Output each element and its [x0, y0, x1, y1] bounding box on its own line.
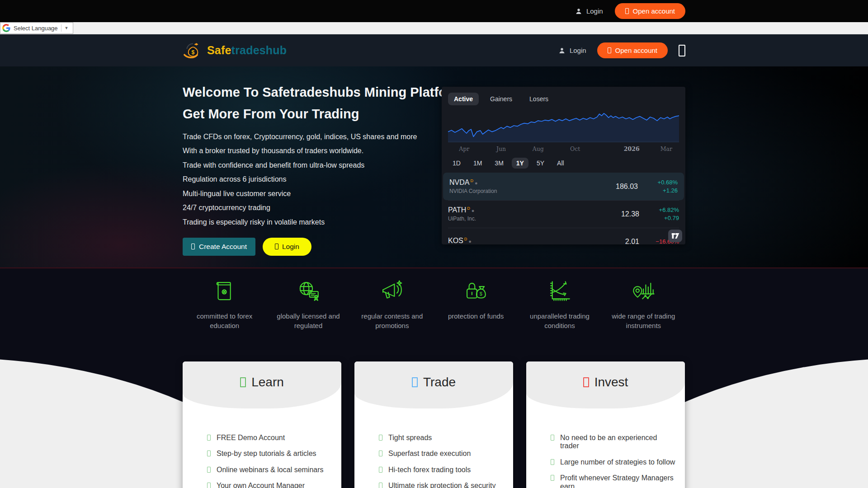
daily-flag: D [470, 178, 473, 183]
book-icon [212, 278, 238, 305]
list-item: Profit whenever Strategy Managers earn [551, 474, 676, 488]
google-logo-icon [2, 24, 10, 32]
cards-section: Learn FREE Demo Account Step-by step tut… [0, 352, 868, 488]
list-item: No need to be an experienced trader [551, 434, 676, 450]
check-icon [379, 450, 382, 456]
chart-x-axis: Apr Jun Aug Oct 2026 Mar [448, 145, 679, 152]
learn-icon [240, 377, 246, 387]
create-account-button[interactable]: Create Account [183, 238, 255, 256]
daily-flag: D [467, 206, 470, 211]
tab-losers[interactable]: Losers [524, 93, 554, 105]
axis-tick: Mar [660, 145, 672, 152]
list-item: FREE Demo Account [207, 434, 332, 442]
market-overview-widget: Active Gainers Losers Apr Jun Aug Oct 20… [442, 87, 685, 244]
list-item: Step-by step tutorials & articles [207, 450, 332, 458]
card-learn: Learn FREE Demo Account Step-by step tut… [183, 361, 341, 488]
hero-login-label: Login [282, 243, 299, 251]
topbar-open-account-button[interactable]: Open account [615, 3, 685, 19]
card-title: Trade [423, 375, 456, 389]
svg-text:$: $ [480, 291, 482, 296]
header-open-account-button[interactable]: Open account [597, 42, 668, 58]
check-icon [207, 483, 211, 488]
axis-tick: Apr [459, 145, 469, 152]
range-selector: 1D 1M 3M 1Y 5Y All [448, 158, 679, 169]
list-item: Hi-tech forex trading tools [379, 466, 504, 474]
globe-certificate-icon [295, 278, 321, 305]
feature-conditions: unparalleled trading conditions [518, 268, 601, 352]
list-item: Ultimate risk protection & security [379, 482, 504, 488]
card-invest: Invest No need to be an experienced trad… [526, 361, 685, 488]
dot-icon: ● [475, 180, 478, 186]
range-1d[interactable]: 1D [448, 158, 465, 169]
top-utility-bar: Login Open account [0, 0, 868, 22]
card-trade: Trade Tight spreads Superfast trade exec… [354, 361, 513, 488]
stock-name: NVIDIA Corporation [449, 188, 596, 194]
stock-name: UiPath, Inc. [448, 216, 598, 222]
menu-icon[interactable] [679, 45, 685, 56]
account-icon [608, 47, 611, 53]
translate-bar: Select Language ▼ [0, 22, 868, 34]
moneybag-logo-icon: $ [183, 41, 203, 60]
check-icon [551, 475, 554, 481]
range-all[interactable]: All [552, 158, 569, 169]
check-icon [379, 483, 382, 488]
check-icon [207, 450, 211, 456]
stock-list: NVDAD● NVIDIA Corporation 186.03 +0.68% … [442, 173, 685, 244]
price-chart[interactable] [448, 109, 679, 144]
list-item: Superfast trade execution [379, 450, 504, 458]
signup-icon [191, 244, 195, 249]
list-item: Online webinars & local seminars [207, 466, 332, 474]
tradingview-logo-badge[interactable] [668, 230, 682, 242]
header-login-link[interactable]: Login [558, 47, 586, 54]
sparkline-chart [448, 109, 679, 144]
growth-chart-icon [547, 278, 573, 305]
feature-education: committed to forex education [183, 268, 266, 352]
chevron-down-icon: ▼ [65, 26, 69, 30]
header-open-account-label: Open account [615, 47, 657, 54]
megaphone-icon [379, 278, 405, 305]
lock-moneybag-icon: $ [463, 278, 489, 305]
stock-row-nvda[interactable]: NVDAD● NVIDIA Corporation 186.03 +0.68% … [443, 173, 684, 200]
range-1m[interactable]: 1M [469, 158, 486, 169]
feature-protection: $ protection of funds [434, 268, 518, 352]
card-title: Invest [594, 375, 628, 389]
stock-row-path[interactable]: PATHD● UiPath, Inc. 12.38 +6.82% +0.79 [442, 200, 685, 228]
language-selector-label: Select Language [14, 25, 58, 32]
svg-text:$: $ [192, 49, 195, 56]
topbar-login-label: Login [586, 7, 603, 15]
main-header: $ Safetradeshub Login Open account [0, 34, 868, 66]
trade-icon [412, 377, 418, 387]
axis-tick-year: 2026 [624, 145, 640, 152]
hero-section: Welcome To Safetradeshubs Mining Platfor… [0, 66, 868, 268]
stock-row-kos[interactable]: KOSD● 2.01 −16.60% [442, 228, 685, 244]
check-icon [207, 467, 211, 473]
daily-flag: D [464, 237, 467, 241]
check-icon [551, 435, 554, 441]
dot-icon: ● [472, 208, 475, 213]
brand-logo[interactable]: $ Safetradeshub [183, 41, 287, 60]
instruments-chart-icon [630, 278, 656, 305]
header-login-label: Login [570, 47, 586, 54]
divider [61, 24, 61, 32]
list-item: Your own Account Manager [207, 482, 332, 488]
stock-price: 12.38 [598, 210, 639, 218]
tradingview-icon [671, 233, 679, 239]
list-item: Large number of strategies to follow [551, 458, 676, 466]
range-5y[interactable]: 5Y [532, 158, 549, 169]
topbar-login-link[interactable]: Login [575, 7, 603, 15]
stock-symbol: NVDA [449, 178, 469, 186]
tab-active[interactable]: Active [448, 93, 479, 105]
check-icon [379, 435, 382, 441]
language-selector[interactable]: Select Language ▼ [0, 22, 73, 34]
hero-login-button[interactable]: Login [263, 238, 311, 256]
user-icon [575, 8, 582, 15]
range-3m[interactable]: 3M [490, 158, 508, 169]
list-item: Tight spreads [379, 434, 504, 442]
stock-price: 186.03 [596, 183, 638, 191]
feature-contests: regular contests and promotions [350, 268, 434, 352]
range-1y[interactable]: 1Y [512, 158, 528, 169]
stock-symbol: PATH [448, 206, 466, 214]
axis-tick: Aug [533, 145, 544, 152]
tab-gainers[interactable]: Gainers [484, 93, 518, 105]
topbar-open-account-label: Open account [633, 7, 675, 15]
